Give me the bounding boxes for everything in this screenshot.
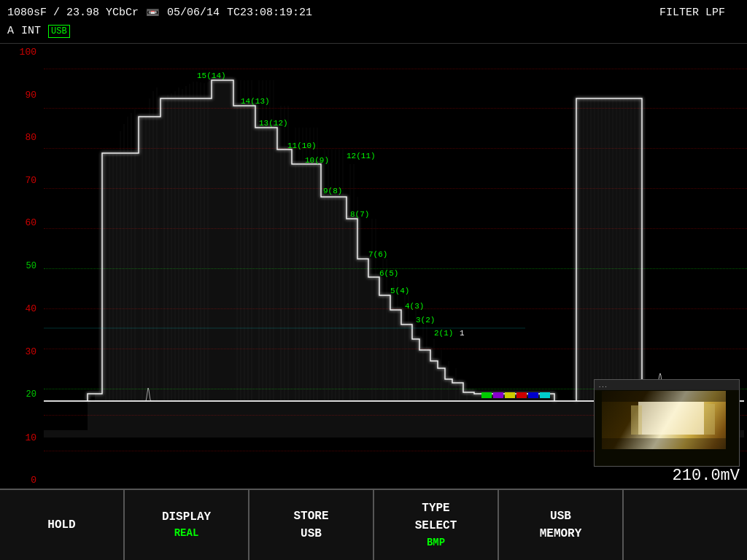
y-label-30: 30 [0,347,40,357]
y-label-80: 80 [0,133,40,142]
y-label-50: 50 [0,261,40,271]
usb-icon: USB [48,25,70,38]
y-label-70: 70 [0,176,40,185]
svg-text:11(10): 11(10) [287,141,317,150]
y-label-0: 0 [0,475,40,485]
header-line1: 1080sF / 23.98 YCbCr 📼 05/06/14 TC23:08:… [7,6,740,20]
y-label-90: 90 [0,90,40,100]
svg-text:2(1): 2(1) [434,329,453,338]
y-label-10: 10 [0,433,40,443]
svg-text:5(4): 5(4) [390,287,409,295]
svg-text:13(12): 13(12) [259,119,288,128]
header-line2: A INT USB [7,25,740,38]
usb-memory-button[interactable]: USB MEMORY [499,490,624,560]
svg-text:3(2): 3(2) [416,316,435,324]
usb-memory-label: USB MEMORY [540,508,582,542]
format-label: 1080sF / 23.98 YCbCr [7,7,139,19]
empty-button-1[interactable] [624,490,747,560]
svg-text:14(13): 14(13) [241,97,270,106]
type-select-button[interactable]: TYPE SELECT BMP [374,490,499,560]
svg-text:6(5): 6(5) [379,269,398,278]
store-usb-label: STORE USB [293,508,328,542]
timecode-icon: 📼 [146,6,160,20]
store-usb-button[interactable]: STORE USB [249,490,374,560]
y-label-60: 60 [0,218,40,228]
svg-rect-108 [493,392,503,398]
date-label: 05/06/14 [167,7,220,19]
svg-text:9(8): 9(8) [323,187,342,195]
hold-label: HOLD [47,517,75,533]
filter-label: FILTER LPF [659,7,725,19]
waveform-area: 15(14) 14(13) 13(12) 12(11) 11(10) 10(9)… [44,44,747,489]
main-area: 100 90 80 70 60 50 40 30 20 10 0 [0,44,747,489]
type-select-label: TYPE SELECT BMP [415,500,457,550]
display-button[interactable]: DISPLAY REAL [125,490,249,560]
svg-text:7(6): 7(6) [368,250,387,259]
timecode-label: TC23:08:19:21 [227,7,312,19]
toolbar: HOLD DISPLAY REAL STORE USB TYPE SELECT … [0,489,747,560]
svg-text:4(3): 4(3) [405,302,424,311]
svg-text:10(9): 10(9) [305,156,329,165]
svg-rect-109 [505,392,515,398]
display-label: DISPLAY REAL [162,509,211,541]
hold-button[interactable]: HOLD [0,490,125,560]
mode-a-label: A [7,25,14,37]
voltage-display: 210.0mV [673,467,740,485]
y-label-100: 100 [0,47,40,57]
svg-rect-110 [516,392,527,398]
svg-text:1: 1 [460,329,465,338]
svg-text:12(11): 12(11) [347,152,376,160]
svg-rect-111 [528,392,538,398]
thumbnail-canvas [595,380,740,467]
mode-int-label: INT [21,25,41,37]
thumbnail-preview [594,379,740,467]
y-label-40: 40 [0,304,40,314]
svg-text:8(7): 8(7) [350,210,369,219]
svg-text:15(14): 15(14) [197,71,226,80]
svg-rect-107 [481,392,492,398]
header: 1080sF / 23.98 YCbCr 📼 05/06/14 TC23:08:… [0,0,747,44]
y-label-20: 20 [0,389,40,400]
y-axis: 100 90 80 70 60 50 40 30 20 10 0 [0,44,44,489]
svg-rect-112 [540,392,550,398]
